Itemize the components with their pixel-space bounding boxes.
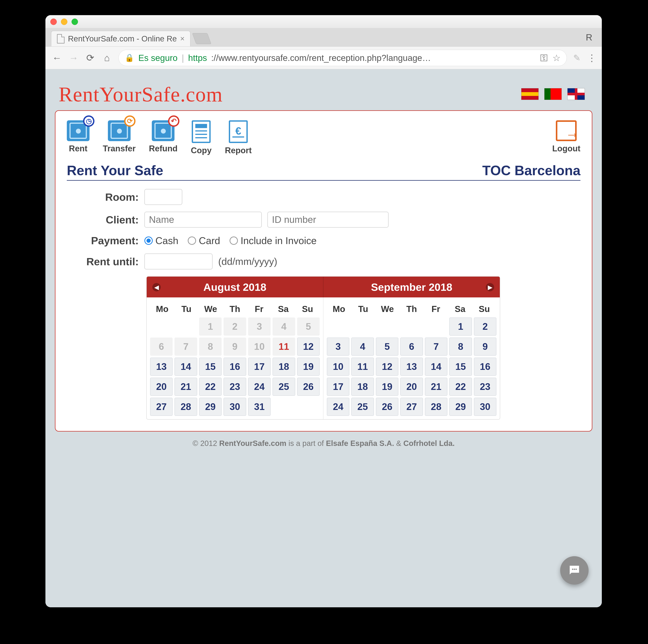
- calendar-day[interactable]: 12: [297, 338, 320, 356]
- browser-tab[interactable]: RentYourSafe.com - Online Re ×: [51, 31, 191, 46]
- footer-site[interactable]: RentYourSafe.com: [219, 439, 286, 448]
- calendar-day[interactable]: 13: [150, 358, 173, 376]
- calendar-day[interactable]: 27: [150, 398, 173, 416]
- report-icon: [229, 120, 248, 143]
- calendar-day: 4: [273, 317, 295, 336]
- transfer-action[interactable]: ⟳ Transfer: [103, 120, 136, 153]
- close-window-button[interactable]: [50, 18, 57, 25]
- refresh-badge-icon: ⟳: [124, 115, 136, 127]
- address-bar[interactable]: 🔒 Es seguro | https ://www.rentyoursafe.…: [118, 50, 567, 66]
- flag-pt-icon[interactable]: [544, 88, 562, 100]
- calendar-day[interactable]: 30: [474, 398, 496, 416]
- calendar-day[interactable]: 23: [223, 377, 246, 396]
- clock-badge-icon: ◷: [83, 115, 95, 127]
- calendar-day[interactable]: 6: [400, 338, 423, 356]
- menu-icon[interactable]: ⋮: [587, 52, 595, 63]
- calendar-day[interactable]: 19: [376, 377, 398, 396]
- footer: © 2012 RentYourSafe.com is a part of Els…: [55, 431, 592, 455]
- calendar-day[interactable]: 9: [474, 338, 496, 356]
- calendar-day[interactable]: 3: [327, 338, 349, 356]
- payment-cash-radio[interactable]: Cash: [145, 235, 178, 246]
- calendar-day[interactable]: 5: [376, 338, 398, 356]
- profile-button[interactable]: R: [576, 32, 602, 43]
- rent-action[interactable]: ◷ Rent: [67, 120, 90, 153]
- calendar-day[interactable]: 16: [474, 358, 496, 376]
- close-tab-icon[interactable]: ×: [180, 35, 184, 43]
- calendar-day[interactable]: 17: [327, 377, 349, 396]
- calendar-day[interactable]: 18: [273, 358, 295, 376]
- refund-action[interactable]: ↶ Refund: [149, 120, 178, 153]
- home-button[interactable]: ⌂: [102, 52, 112, 63]
- prev-month-button[interactable]: ◀: [152, 283, 161, 291]
- back-button[interactable]: ←: [52, 52, 62, 63]
- logout-label: Logout: [552, 144, 581, 153]
- minimize-window-button[interactable]: [61, 18, 67, 25]
- calendar-day[interactable]: 20: [150, 377, 173, 396]
- calendar-day[interactable]: 12: [376, 358, 398, 376]
- extension-icon[interactable]: ✎: [573, 53, 581, 63]
- calendar-day[interactable]: 7: [425, 338, 447, 356]
- calendar-day[interactable]: 25: [351, 398, 374, 416]
- calendar-month-left: MoTuWeThFrSaSu 1234567891011121314151617…: [147, 297, 323, 419]
- client-name-input[interactable]: [145, 212, 262, 228]
- payment-options: Cash Card Include in Invoice: [145, 235, 317, 246]
- rent-label: Rent: [69, 144, 88, 153]
- flag-es-icon[interactable]: [521, 88, 539, 100]
- calendar-day[interactable]: 14: [425, 358, 447, 376]
- calendar-day[interactable]: 11: [351, 358, 374, 376]
- calendar-day[interactable]: 15: [199, 358, 222, 376]
- calendar-day[interactable]: 23: [474, 377, 496, 396]
- calendar-day[interactable]: 29: [449, 398, 472, 416]
- client-id-input[interactable]: [267, 212, 388, 228]
- new-tab-button[interactable]: [192, 33, 211, 44]
- key-icon[interactable]: ⚿: [540, 53, 548, 63]
- calendar-day[interactable]: 24: [248, 377, 271, 396]
- calendar-day[interactable]: 25: [273, 377, 295, 396]
- calendar-day[interactable]: 14: [174, 358, 197, 376]
- rent-until-input[interactable]: [145, 253, 213, 270]
- calendar-day[interactable]: 1: [449, 317, 472, 336]
- calendar-day[interactable]: 17: [248, 358, 271, 376]
- calendar-day[interactable]: 22: [199, 377, 222, 396]
- calendar-day[interactable]: 28: [425, 398, 447, 416]
- flag-uk-icon[interactable]: [568, 88, 585, 100]
- logout-action[interactable]: Logout: [552, 120, 581, 153]
- calendar-day[interactable]: 24: [327, 398, 349, 416]
- next-month-button[interactable]: ▶: [486, 283, 494, 291]
- calendar-day[interactable]: 26: [297, 377, 320, 396]
- calendar-day[interactable]: 8: [449, 338, 472, 356]
- maximize-window-button[interactable]: [71, 18, 78, 25]
- report-action[interactable]: Report: [225, 120, 252, 155]
- calendar-day[interactable]: 19: [297, 358, 320, 376]
- calendar-day[interactable]: 11: [273, 338, 295, 356]
- calendar-day[interactable]: 22: [449, 377, 472, 396]
- room-input[interactable]: [145, 189, 182, 205]
- payment-card-radio[interactable]: Card: [188, 235, 220, 246]
- svg-point-1: [574, 569, 575, 570]
- dow-header: Su: [472, 304, 496, 314]
- chat-button[interactable]: [560, 556, 589, 585]
- reload-button[interactable]: ⟳: [85, 52, 95, 63]
- calendar-day[interactable]: 13: [400, 358, 423, 376]
- calendar-day[interactable]: 10: [327, 358, 349, 376]
- calendar-day[interactable]: 18: [351, 377, 374, 396]
- calendar-day[interactable]: 28: [174, 398, 197, 416]
- calendar-day[interactable]: 31: [248, 398, 271, 416]
- calendar-day[interactable]: 15: [449, 358, 472, 376]
- bookmark-star-icon[interactable]: ☆: [552, 53, 560, 63]
- calendar-day[interactable]: 16: [223, 358, 246, 376]
- tab-strip: RentYourSafe.com - Online Re × R: [45, 28, 602, 47]
- calendar-day[interactable]: 27: [400, 398, 423, 416]
- calendar-day[interactable]: 29: [199, 398, 222, 416]
- payment-invoice-radio[interactable]: Include in Invoice: [229, 235, 317, 246]
- copy-action[interactable]: Copy: [191, 120, 212, 155]
- footer-company-1[interactable]: Elsafe España S.A.: [326, 439, 394, 448]
- calendar-day[interactable]: 30: [223, 398, 246, 416]
- calendar-day[interactable]: 4: [351, 338, 374, 356]
- calendar-day[interactable]: 21: [174, 377, 197, 396]
- footer-company-2[interactable]: Cofrhotel Lda.: [403, 439, 454, 448]
- calendar-day[interactable]: 26: [376, 398, 398, 416]
- calendar-day[interactable]: 21: [425, 377, 447, 396]
- calendar-day[interactable]: 20: [400, 377, 423, 396]
- calendar-day[interactable]: 2: [474, 317, 496, 336]
